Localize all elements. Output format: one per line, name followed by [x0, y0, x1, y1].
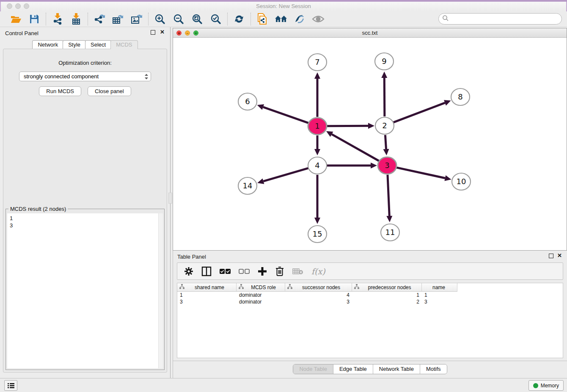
edge-arrowhead	[314, 72, 320, 79]
network-window-titlebar[interactable]: ✕ − + scc.txt	[173, 28, 567, 38]
import-network-icon[interactable]	[51, 13, 64, 25]
edge-3-10[interactable]	[396, 168, 445, 178]
edge-arrowhead	[314, 149, 320, 155]
run-mcds-button[interactable]: Run MCDS	[39, 86, 81, 96]
optimization-criterion-label: Optimization criterion:	[3, 60, 167, 66]
node-table-body: 1dominator4113dominator323	[177, 292, 563, 305]
add-column-icon[interactable]	[258, 266, 267, 277]
column-pane-icon[interactable]	[201, 266, 212, 277]
open-session-icon[interactable]	[9, 13, 22, 25]
window-title: Session: New Session	[1, 3, 566, 9]
table-panel: Table Panel ✕	[173, 251, 567, 378]
zoom-selected-icon[interactable]	[209, 13, 222, 25]
edge-arrowhead	[383, 149, 389, 155]
first-neighbors-icon[interactable]	[275, 13, 287, 25]
edge-arrowhead	[368, 123, 374, 129]
select-all-icon[interactable]	[220, 266, 231, 277]
column-header-shared-name[interactable]: shared name	[177, 283, 237, 292]
tab-select[interactable]: Select	[85, 40, 111, 49]
zoom-fit-icon[interactable]	[191, 13, 204, 25]
table-cell[interactable]: dominator	[237, 298, 285, 305]
table-row[interactable]: 3dominator323	[177, 298, 563, 305]
edge-2-3[interactable]	[385, 135, 386, 149]
table-cell[interactable]: 1	[352, 292, 422, 298]
export-image-icon[interactable]	[130, 13, 143, 25]
mcds-tab-content: Optimization criterion: strongly connect…	[3, 49, 167, 373]
table-panel-title: Table Panel	[177, 254, 206, 260]
search-input[interactable]	[451, 16, 561, 22]
zoom-out-icon[interactable]	[172, 13, 185, 25]
table-cell[interactable]: 3	[285, 298, 352, 305]
vertical-splitter-grip[interactable]	[168, 193, 172, 204]
column-header-successor-nodes[interactable]: successor nodes	[285, 283, 352, 292]
network-canvas[interactable]: 7968124314101511	[173, 38, 567, 250]
tab-network[interactable]: Network	[32, 40, 63, 49]
tab-node-table[interactable]: Node Table	[293, 364, 333, 374]
export-network-icon[interactable]	[93, 13, 106, 25]
show-hide-eye-icon[interactable]	[312, 13, 325, 25]
close-table-panel-icon[interactable]: ✕	[557, 253, 562, 259]
edge-4-14[interactable]	[263, 168, 308, 181]
close-panel-button[interactable]: Close panel	[88, 86, 131, 96]
zoom-in-icon[interactable]	[154, 13, 166, 25]
edge-2-9[interactable]	[384, 78, 385, 116]
network-close-icon[interactable]: ✕	[176, 30, 182, 36]
table-toolbar: f(x)	[177, 262, 563, 280]
table-cell[interactable]: 3	[422, 298, 457, 305]
console-button[interactable]	[4, 380, 17, 391]
result-line: 1	[10, 215, 160, 222]
graphics-details-icon[interactable]	[293, 13, 306, 25]
settings-gear-icon[interactable]	[184, 266, 193, 277]
refresh-view-icon[interactable]	[233, 13, 245, 25]
tab-style[interactable]: Style	[63, 40, 86, 49]
attribute-tree-icon	[179, 284, 184, 290]
edge-2-8[interactable]	[394, 103, 445, 122]
mcds-result-lines: 13	[7, 213, 163, 230]
control-panel: Control Panel ✕ NetworkStyleSelectMCDS O…	[0, 27, 171, 378]
table-cell[interactable]: 4	[285, 292, 352, 298]
float-panel-icon[interactable]	[151, 30, 155, 35]
node-label-14: 14	[243, 181, 253, 190]
criterion-value: strongly connected component	[24, 73, 144, 80]
search-field[interactable]	[438, 13, 562, 25]
function-builder-icon: f(x)	[311, 266, 325, 277]
node-label-1: 1	[315, 121, 319, 130]
column-label: predecessor nodes	[361, 284, 421, 290]
save-session-icon[interactable]	[28, 13, 41, 25]
column-header-MCDS-role[interactable]: MCDS role	[237, 283, 285, 292]
table-row[interactable]: 1dominator411	[177, 292, 563, 298]
tab-edge-table[interactable]: Edge Table	[333, 364, 373, 374]
edge-3-11[interactable]	[388, 175, 389, 216]
tab-network-table[interactable]: Network Table	[373, 364, 420, 374]
column-label: MCDS role	[245, 284, 285, 290]
node-label-6: 6	[245, 97, 250, 106]
edge-1-6[interactable]	[263, 107, 308, 123]
criterion-select[interactable]: strongly connected component	[19, 72, 151, 81]
table-cell[interactable]: 1	[422, 292, 457, 298]
network-minimize-icon[interactable]: −	[185, 30, 190, 36]
result-scrollbar[interactable]	[158, 213, 163, 368]
float-table-panel-icon[interactable]	[549, 254, 553, 258]
table-cell[interactable]: dominator	[237, 292, 285, 298]
network-maximize-icon[interactable]: +	[193, 30, 198, 36]
table-cell[interactable]: 3	[177, 298, 237, 305]
node-table[interactable]: shared nameMCDS rolesuccessor nodesprede…	[177, 283, 563, 358]
table-cell[interactable]: 1	[177, 292, 237, 298]
export-table-icon[interactable]	[112, 13, 124, 25]
delete-table-icon	[292, 266, 303, 277]
column-header-name[interactable]: name	[422, 283, 457, 292]
tab-motifs[interactable]: Motifs	[420, 364, 447, 374]
memory-button[interactable]: Memory	[528, 380, 564, 391]
column-header-predecessor-nodes[interactable]: predecessor nodes	[352, 283, 422, 292]
mcds-result-area[interactable]: 13	[7, 213, 163, 368]
close-panel-icon[interactable]: ✕	[160, 29, 165, 35]
table-cell[interactable]: 2	[352, 298, 422, 305]
clear-selection-icon[interactable]	[239, 266, 250, 277]
edge-1-2[interactable]	[327, 126, 368, 126]
delete-column-icon[interactable]	[275, 266, 284, 277]
tab-mcds[interactable]: MCDS	[110, 40, 138, 49]
duplicate-network-icon[interactable]	[256, 13, 269, 25]
import-table-icon[interactable]	[70, 13, 83, 25]
edge-3-1[interactable]	[332, 134, 379, 161]
main-titlebar: Session: New Session	[0, 2, 567, 11]
